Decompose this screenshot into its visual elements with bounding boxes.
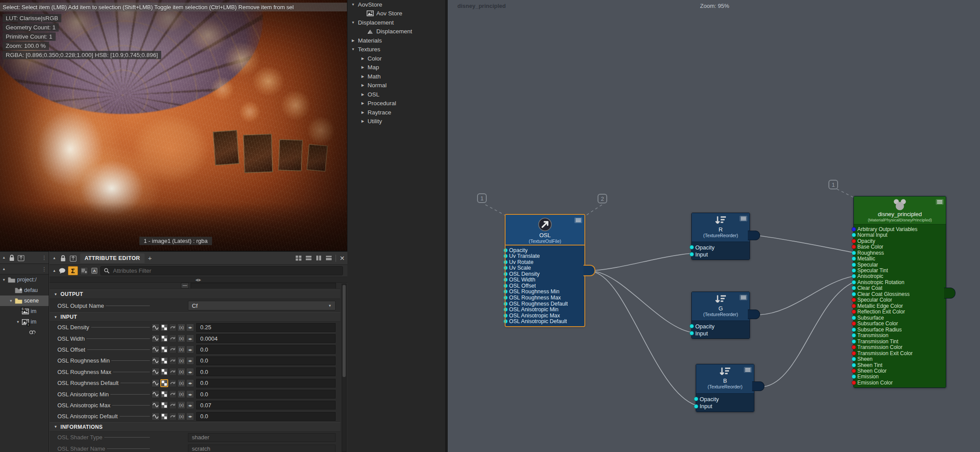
port-dot[interactable]	[852, 298, 856, 302]
port-dot[interactable]	[852, 339, 856, 344]
node-graph-panel[interactable]: disney_principled Zoom: 95% OSL(TextureO…	[448, 0, 980, 452]
port-dot[interactable]	[503, 313, 508, 318]
project-tree-item[interactable]: i	[0, 327, 49, 338]
expand-arrow-icon[interactable]: ▶	[361, 75, 365, 78]
node-output-port[interactable]	[748, 310, 760, 319]
attribute-value-field[interactable]: 0.0	[196, 412, 336, 421]
reset-icon[interactable]	[169, 368, 177, 376]
project-tree-item[interactable]: defau	[0, 285, 49, 295]
add-tab-button[interactable]: +	[148, 254, 152, 262]
expand-arrow-icon[interactable]: ▶	[361, 110, 365, 114]
layout-rows-icon[interactable]	[305, 255, 312, 261]
port-row[interactable]: Sheen Tint	[854, 362, 946, 368]
port-dot[interactable]	[690, 324, 694, 328]
expand-arrow-icon[interactable]: ▼	[9, 299, 13, 303]
curve-icon[interactable]	[152, 345, 159, 353]
port-row[interactable]: Base Color	[854, 244, 946, 249]
project-tree-item[interactable]: ▼scene	[0, 295, 49, 306]
node-g[interactable]: G(TextureReorder)OpacityInput	[691, 292, 750, 339]
library-tree-item[interactable]: ▶Procedural	[347, 99, 445, 108]
tab-attribute-editor[interactable]: ATTRIBUTE EDITOR	[80, 253, 145, 263]
library-tree-item[interactable]: ▼Displacement	[347, 18, 445, 27]
port-dot[interactable]	[503, 307, 508, 312]
reset-icon[interactable]	[169, 401, 177, 409]
lock-icon[interactable]	[60, 255, 66, 262]
expand-arrow-icon[interactable]: ▼	[351, 21, 355, 25]
port-dot[interactable]	[852, 227, 856, 231]
attribute-value-field[interactable]: 0.0004	[196, 334, 336, 343]
curve-icon[interactable]	[152, 324, 159, 331]
port-dot[interactable]	[852, 357, 856, 361]
sum-mode-button[interactable]: Σ	[68, 266, 78, 275]
export-icon[interactable]	[18, 254, 25, 261]
port-dot[interactable]	[852, 233, 856, 237]
port-row[interactable]: OSL Anisotropic Max	[506, 313, 584, 319]
port-dot[interactable]	[852, 316, 856, 320]
port-dot[interactable]	[503, 278, 508, 282]
port-row[interactable]: OSL Roughness Max	[506, 295, 584, 301]
port-row[interactable]: Opacity	[506, 247, 584, 253]
library-tree-item[interactable]: ▼AovStore	[347, 0, 445, 9]
slider-icon[interactable]: ◀▶	[186, 345, 194, 353]
port-row[interactable]: Specular	[854, 262, 946, 267]
layout-grid-icon[interactable]	[295, 255, 302, 261]
port-row[interactable]: Specular Color	[854, 297, 946, 303]
port-row[interactable]: Subsurface Radius	[854, 327, 946, 332]
slider-icon[interactable]: ◀▶	[186, 379, 194, 387]
port-row[interactable]: OSL Width	[506, 277, 584, 283]
port-dot[interactable]	[503, 248, 508, 253]
export-icon[interactable]	[70, 255, 77, 262]
node-header[interactable]: OSL(TextureOslFile)	[506, 215, 584, 246]
port-row[interactable]: Subsurface	[854, 315, 946, 320]
port-row[interactable]: Clear Coat Glossiness	[854, 291, 946, 297]
port-dot[interactable]	[503, 302, 508, 306]
library-tree-item[interactable]: ▶Normal	[347, 81, 445, 90]
collapse-arrow-icon[interactable]: ▲	[2, 256, 6, 260]
port-dot[interactable]	[852, 351, 856, 356]
port-dot[interactable]	[852, 268, 856, 273]
port-dot[interactable]	[852, 286, 856, 290]
port-row[interactable]: Uv Translate	[506, 253, 584, 260]
port-dot[interactable]	[852, 256, 856, 261]
expression-icon[interactable]: (x)	[177, 345, 185, 353]
expression-icon[interactable]: (x)	[177, 368, 185, 376]
curve-icon[interactable]	[152, 413, 159, 420]
expression-icon[interactable]: (x)	[177, 335, 185, 342]
attribute-value-field[interactable]: 0.07	[196, 401, 336, 409]
graph-badge[interactable]: 2	[598, 194, 607, 203]
texture-icon[interactable]	[160, 379, 168, 387]
port-row[interactable]: Metallic Edge Color	[854, 303, 946, 309]
attribute-value-field[interactable]: 0.0	[196, 356, 336, 365]
library-tree-item[interactable]: ▶Color	[347, 54, 445, 63]
expression-icon[interactable]: (x)	[177, 390, 185, 398]
expand-arrow-icon[interactable]: ▶	[361, 101, 365, 105]
port-dot[interactable]	[694, 397, 698, 401]
reset-icon[interactable]	[169, 357, 177, 365]
add-attribute-icon[interactable]: A	[90, 267, 98, 275]
port-row[interactable]: Opacity	[692, 323, 750, 330]
curve-icon[interactable]	[152, 390, 159, 398]
library-tree-item[interactable]: ▶Map	[347, 63, 445, 72]
texture-icon[interactable]	[160, 413, 168, 420]
attribute-value-field[interactable]: 0.0	[196, 345, 336, 354]
library-tree-item[interactable]: ▶Materials	[347, 36, 445, 45]
port-dot[interactable]	[852, 292, 856, 296]
port-dot[interactable]	[852, 239, 856, 243]
port-dot[interactable]	[852, 327, 856, 332]
port-row[interactable]: Sheen Color	[854, 368, 946, 374]
port-dot[interactable]	[852, 280, 856, 285]
port-row[interactable]: Opacity	[696, 395, 754, 403]
texture-icon[interactable]	[160, 401, 168, 409]
port-dot[interactable]	[852, 251, 856, 255]
node-menu-icon[interactable]	[739, 215, 747, 223]
port-row[interactable]: OSL Offset	[506, 283, 584, 289]
slider-icon[interactable]: ◀▶	[186, 335, 194, 342]
port-row[interactable]: Input	[692, 330, 750, 337]
attributes-filter-field[interactable]	[100, 266, 343, 275]
node-menu-icon[interactable]	[936, 199, 944, 206]
collapse-arrow-icon[interactable]: ▲	[52, 256, 57, 260]
port-row[interactable]: Arbitrary Output Variables	[854, 226, 946, 232]
port-row[interactable]: Anisotropic Rotation	[854, 279, 946, 285]
port-dot[interactable]	[852, 381, 856, 385]
curve-icon[interactable]	[152, 379, 159, 387]
